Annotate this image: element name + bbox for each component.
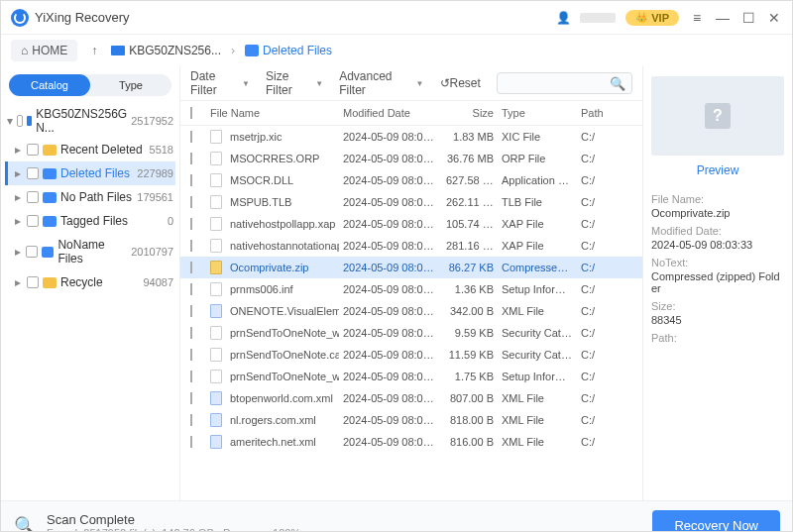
checkbox[interactable] — [190, 283, 192, 295]
home-button[interactable]: ⌂ HOME — [11, 40, 77, 61]
table-row[interactable]: MSOCRRES.ORP 2024-05-09 08:03:33 36.76 M… — [180, 148, 642, 169]
user-icon[interactable]: 👤 — [556, 11, 570, 25]
table-row[interactable]: ameritech.net.xml 2024-05-09 08:03:33 81… — [180, 431, 642, 453]
cell-size: 342.00 B — [442, 305, 498, 317]
checkbox[interactable] — [190, 349, 192, 361]
scan-sub: Found: 2517952 file(s), 142.76 GB , Prog… — [47, 527, 300, 532]
sidebar-item[interactable]: ▸ Recycle 94087 — [5, 270, 175, 294]
close-button[interactable]: ✕ — [766, 10, 782, 26]
cell-type: Application ex... — [498, 174, 577, 186]
checkbox[interactable] — [190, 392, 192, 404]
col-size[interactable]: Size — [442, 107, 498, 119]
caret-right-icon[interactable]: ▸ — [15, 190, 23, 204]
folder-icon — [43, 168, 57, 179]
checkbox[interactable] — [27, 276, 39, 288]
cell-path: C:/ — [577, 414, 617, 426]
table-row[interactable]: btopenworld.com.xml 2024-05-09 08:03:33 … — [180, 387, 642, 409]
cell-size: 262.11 KB — [442, 196, 498, 208]
checkbox[interactable] — [190, 327, 192, 339]
checkbox[interactable] — [26, 246, 37, 258]
checkbox[interactable] — [27, 144, 39, 156]
maximize-button[interactable]: ☐ — [740, 10, 756, 26]
cell-path: C:/ — [577, 196, 617, 208]
cell-path: C:/ — [577, 218, 617, 230]
cell-date: 2024-05-09 08:03:33 — [339, 218, 442, 230]
checkbox[interactable] — [190, 262, 192, 273]
col-name[interactable]: File Name — [206, 107, 339, 119]
cell-type: Security Catalog — [498, 349, 577, 361]
sidebar-item[interactable]: ▸ Tagged Files 0 — [5, 209, 175, 233]
checkbox[interactable] — [190, 414, 192, 426]
folder-icon — [43, 145, 57, 156]
file-icon — [210, 217, 222, 231]
file-name: prnSendToOneNote.cat — [230, 349, 339, 361]
cell-type: Security Catalog — [498, 327, 577, 339]
col-path[interactable]: Path — [577, 107, 617, 119]
meta-label-size: Size: — [651, 300, 784, 312]
table-row[interactable]: nativehostannotationap... 2024-05-09 08:… — [180, 235, 642, 257]
size-filter[interactable]: Size Filter▼ — [266, 69, 323, 97]
table-row[interactable]: ONENOTE.VisualElement... 2024-05-09 08:0… — [180, 300, 642, 322]
checkbox[interactable] — [27, 215, 39, 227]
minimize-button[interactable]: — — [715, 10, 731, 26]
checkbox[interactable] — [190, 240, 192, 252]
checkbox[interactable] — [190, 153, 192, 164]
tab-catalog[interactable]: Catalog — [9, 74, 90, 96]
caret-right-icon[interactable]: ▸ — [15, 275, 23, 289]
cell-date: 2024-05-09 08:03:33 — [339, 414, 442, 426]
checkbox[interactable] — [190, 371, 192, 382]
checkbox[interactable] — [190, 174, 192, 186]
sidebar-item[interactable]: ▸ NoName Files 2010797 — [5, 233, 175, 270]
caret-right-icon[interactable]: ▸ — [15, 214, 23, 228]
preview-button[interactable]: Preview — [651, 160, 784, 187]
caret-right-icon[interactable]: ▸ — [15, 143, 23, 157]
checkbox[interactable] — [190, 218, 192, 230]
tree-root[interactable]: ▾ KBG50ZNS256G N... 2517952 — [5, 104, 175, 138]
caret-down-icon[interactable]: ▾ — [7, 114, 13, 128]
col-date[interactable]: Modified Date — [339, 107, 442, 119]
crumb-current[interactable]: Deleted Files — [245, 44, 332, 57]
table-row[interactable]: prnms006.inf 2024-05-09 08:03:33 1.36 KB… — [180, 278, 642, 300]
crumb-drive[interactable]: KBG50ZNS256... — [111, 44, 221, 57]
cell-type: XAP File — [498, 240, 577, 252]
table-row[interactable]: nl.rogers.com.xml 2024-05-09 08:03:33 81… — [180, 409, 642, 431]
cell-type: TLB File — [498, 196, 577, 208]
checkbox[interactable] — [190, 196, 192, 208]
file-name: ameritech.net.xml — [230, 436, 316, 448]
table-row[interactable]: nativehostpollapp.xap 2024-05-09 08:03:3… — [180, 213, 642, 235]
col-type[interactable]: Type — [498, 107, 577, 119]
file-name: nl.rogers.com.xml — [230, 414, 316, 426]
sidebar-item[interactable]: ▸ Deleted Files 227989 — [5, 161, 175, 185]
up-button[interactable]: ↑ — [87, 44, 101, 57]
table-row[interactable]: Ocomprivate.zip 2024-05-09 08:03:... 86.… — [180, 257, 642, 278]
cell-path: C:/ — [577, 174, 617, 186]
file-name: MSPUB.TLB — [230, 196, 291, 208]
checkbox[interactable] — [27, 167, 39, 179]
tab-type[interactable]: Type — [90, 74, 171, 96]
cell-type: Setup Informa... — [498, 283, 577, 295]
recovery-button[interactable]: Recovery Now — [652, 510, 780, 532]
checkbox[interactable] — [27, 191, 39, 203]
table-row[interactable]: MSOCR.DLL 2024-05-09 08:03:33 627.58 KB … — [180, 169, 642, 191]
advanced-filter[interactable]: Advanced Filter▼ — [339, 69, 423, 97]
table-row[interactable]: prnSendToOneNote.cat 2024-05-09 08:03:33… — [180, 344, 642, 366]
sidebar-item[interactable]: ▸ No Path Files 179561 — [5, 185, 175, 209]
select-all-checkbox[interactable] — [190, 107, 192, 119]
checkbox[interactable] — [190, 131, 192, 143]
search-input[interactable]: 🔍 — [497, 72, 632, 94]
table-row[interactable]: prnSendToOneNote_wi... 2024-05-09 08:03:… — [180, 322, 642, 344]
menu-icon[interactable]: ≡ — [689, 10, 705, 26]
date-filter[interactable]: Date Filter▼ — [190, 69, 250, 97]
checkbox[interactable] — [190, 436, 192, 448]
vip-badge[interactable]: VIP — [625, 10, 679, 26]
caret-right-icon[interactable]: ▸ — [15, 245, 22, 259]
reset-button[interactable]: ↺Reset — [440, 76, 481, 90]
table-row[interactable]: msetrjp.xic 2024-05-09 08:03:33 1.83 MB … — [180, 126, 642, 148]
table-row[interactable]: MSPUB.TLB 2024-05-09 08:03:33 262.11 KB … — [180, 191, 642, 213]
file-name: nativehostpollapp.xap — [230, 218, 335, 230]
checkbox[interactable] — [17, 115, 23, 127]
caret-right-icon[interactable]: ▸ — [15, 166, 23, 180]
table-row[interactable]: prnSendToOneNote_wi... 2024-05-09 08:03:… — [180, 366, 642, 387]
sidebar-item[interactable]: ▸ Recent Deleted 5518 — [5, 138, 175, 161]
checkbox[interactable] — [190, 305, 192, 317]
